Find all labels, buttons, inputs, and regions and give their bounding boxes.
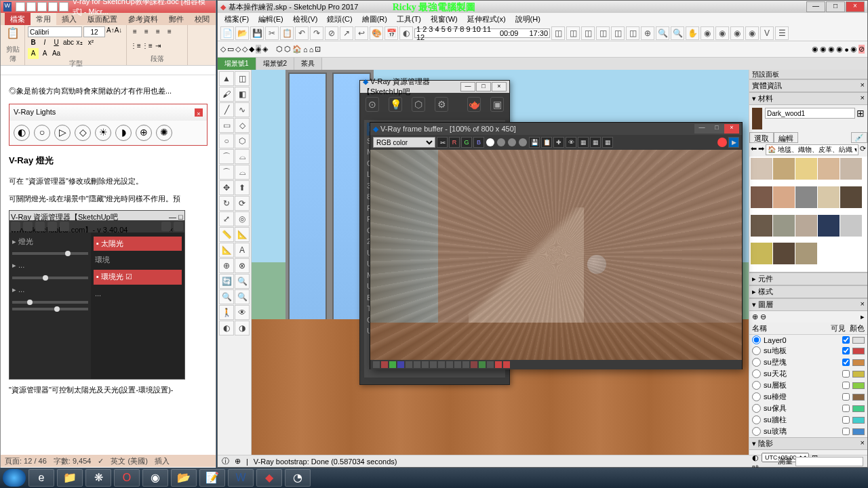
tab-layout[interactable]: 版面配置	[82, 13, 123, 25]
save-icon[interactable]: 💾	[529, 137, 540, 148]
circle-tool[interactable]: ○	[219, 134, 234, 148]
material-swatch-item[interactable]	[818, 158, 840, 180]
views-toolbar[interactable]: ◇▭ ◇◇ ◆◈ ◈ ⬡⬡ 🏠⌂ ⌂⊡ ◉◉ ◉◉ ●◉ ⊘	[218, 41, 867, 58]
stop-render-button[interactable]	[717, 138, 727, 147]
styles-header[interactable]: ▸ 樣式	[749, 285, 867, 298]
layer-row[interactable]: Layer0	[749, 335, 867, 345]
font-size-select[interactable]	[83, 26, 105, 37]
channel-select[interactable]: RGB color	[373, 137, 435, 148]
document-area[interactable]: ◎象是前後方向寫勁時會來開啟的才有作用也差... V-Ray Lights× ◐…	[1, 75, 216, 468]
vfb-toolbar[interactable]: RGB color ⫘ R G B 💾 📋✚ 👁▦ ▦▦ ▶	[370, 135, 742, 150]
measurement-input[interactable]	[795, 457, 863, 466]
rect-tool[interactable]: ▭	[219, 118, 234, 133]
taskbar-chrome[interactable]: ◉	[142, 469, 168, 487]
tab-file[interactable]: 檔案	[5, 13, 31, 25]
taskbar-folder[interactable]: 📂	[171, 469, 197, 487]
render-button[interactable]: 🫖	[467, 97, 481, 112]
components-header[interactable]: ▸ 元件	[749, 272, 867, 285]
taskbar-app[interactable]: ❋	[85, 469, 111, 487]
eyedropper-icon[interactable]: 💉	[851, 132, 867, 143]
layer-row[interactable]: su地板	[749, 345, 867, 357]
channel-g[interactable]: G	[461, 137, 472, 148]
taskbar-notepad[interactable]: 📝	[199, 469, 225, 487]
scene-tab-3[interactable]: 茶具	[294, 58, 322, 70]
material-swatch-item[interactable]	[795, 158, 817, 180]
select-tool[interactable]: ▲	[219, 71, 234, 86]
paint-tool[interactable]: 🖌	[219, 87, 234, 102]
material-swatch-item[interactable]	[751, 215, 772, 237]
material-swatch-item[interactable]	[773, 215, 795, 237]
tab-insert[interactable]: 插入	[56, 13, 82, 25]
language[interactable]: 英文 (美國)	[111, 456, 147, 466]
orbit-tool[interactable]: 🔄	[219, 274, 234, 289]
taskbar-opera[interactable]: O	[114, 469, 140, 487]
remove-layer-button[interactable]: ⊖	[760, 312, 766, 321]
materials-tab-icon[interactable]: ⊙	[366, 97, 379, 112]
scene-tabs[interactable]: 場景號1 場景號2 茶具	[218, 58, 867, 70]
layers-header[interactable]: ▾ 圖層×	[749, 298, 867, 311]
sketchup-titlebar[interactable]: ◆ 基本操作練習.skp - SketchUp Pro 2017 — □ ×	[218, 1, 867, 13]
material-swatch-item[interactable]	[773, 158, 795, 180]
maximize-button[interactable]: □	[826, 1, 845, 12]
tab-review[interactable]: 校閱	[189, 13, 215, 25]
pushpull-tool[interactable]: ⬆	[235, 180, 250, 195]
shadows-header[interactable]: ▾ 陰影×	[749, 437, 867, 450]
add-layer-button[interactable]: ⊕	[752, 312, 758, 321]
render-view[interactable]	[370, 150, 742, 360]
offset-tool[interactable]: ◎	[235, 211, 250, 226]
page-indicator[interactable]: 頁面: 12 / 46	[5, 456, 47, 466]
layer-row[interactable]: su傢具	[749, 403, 867, 414]
taskbar-word[interactable]: W	[228, 469, 254, 487]
entity-info-header[interactable]: 實體資訊×	[749, 79, 867, 92]
material-grid[interactable]	[749, 157, 867, 272]
ribbon-tabs[interactable]: 檔案 常用 插入 版面配置 參考資料 郵件 校閱	[1, 13, 216, 25]
layer-row[interactable]: su玻璃	[749, 426, 867, 437]
italic-button[interactable]: I	[39, 37, 50, 48]
materials-header[interactable]: ▾ 材料×	[749, 92, 867, 105]
layer-row[interactable]: su牆柱	[749, 414, 867, 426]
open-button[interactable]: 📂	[235, 26, 249, 40]
viewport-render-button[interactable]: ▣	[490, 97, 504, 112]
material-swatch-item[interactable]	[840, 215, 862, 237]
lights-tab-icon[interactable]: 💡	[389, 97, 402, 112]
mono-white[interactable]	[486, 138, 494, 146]
rotate-tool[interactable]: ↻	[219, 196, 234, 211]
menubar[interactable]: 檔案(F) 編輯(E) 檢視(V) 鏡頭(C) 繪圖(R) 工具(T) 視窗(W…	[218, 13, 867, 25]
move-tool[interactable]: ✥	[219, 180, 234, 195]
word-titlebar[interactable]: W V-ray for SketchUp教學課程.doc [相容模式] - Mi…	[1, 1, 216, 13]
close-button[interactable]: ×	[846, 1, 865, 12]
taskbar-explorer[interactable]: 📁	[57, 469, 83, 487]
material-swatch-item[interactable]	[773, 186, 795, 208]
mat-tab-edit[interactable]: 編輯	[774, 132, 798, 143]
followme-tool[interactable]: ⟳	[235, 196, 250, 211]
font-name-select[interactable]	[28, 26, 82, 37]
taskbar-sketchup[interactable]: ◆	[256, 469, 282, 487]
material-name-input[interactable]	[765, 108, 855, 119]
material-swatch-item[interactable]	[795, 243, 817, 264]
strike-button[interactable]: abc	[62, 37, 73, 48]
line-tool[interactable]: ╱	[219, 102, 234, 117]
layer-row[interactable]: su層板	[749, 380, 867, 391]
shadow-toggle[interactable]: ◐	[752, 453, 759, 462]
material-create-icon[interactable]: ⊞	[856, 108, 865, 129]
layer-row[interactable]: su檯燈	[749, 391, 867, 403]
tab-ref[interactable]: 參考資料	[123, 13, 163, 25]
material-swatch-item[interactable]	[795, 215, 817, 237]
walk-tool[interactable]: 🚶	[219, 305, 234, 320]
material-swatch-item[interactable]	[751, 243, 772, 264]
text-tool[interactable]: A	[235, 243, 250, 258]
material-library-select[interactable]	[766, 144, 859, 155]
mat-tab-select[interactable]: 選取	[749, 132, 774, 143]
taskbar-obs[interactable]: ◔	[285, 469, 311, 487]
material-swatch-item[interactable]	[795, 186, 817, 208]
look-tool[interactable]: 👁	[235, 305, 250, 320]
material-swatch-item[interactable]	[840, 186, 862, 208]
material-swatch-item[interactable]	[773, 243, 795, 264]
channel-b[interactable]: B	[473, 137, 484, 148]
tab-mail[interactable]: 郵件	[163, 13, 189, 25]
tray-header[interactable]: 預設面板	[749, 70, 867, 79]
eraser-tool[interactable]: ◧	[235, 87, 250, 102]
material-swatch[interactable]	[752, 108, 762, 129]
geometry-tab-icon[interactable]: ⬡	[412, 97, 425, 112]
tape-tool[interactable]: 📏	[219, 227, 234, 242]
